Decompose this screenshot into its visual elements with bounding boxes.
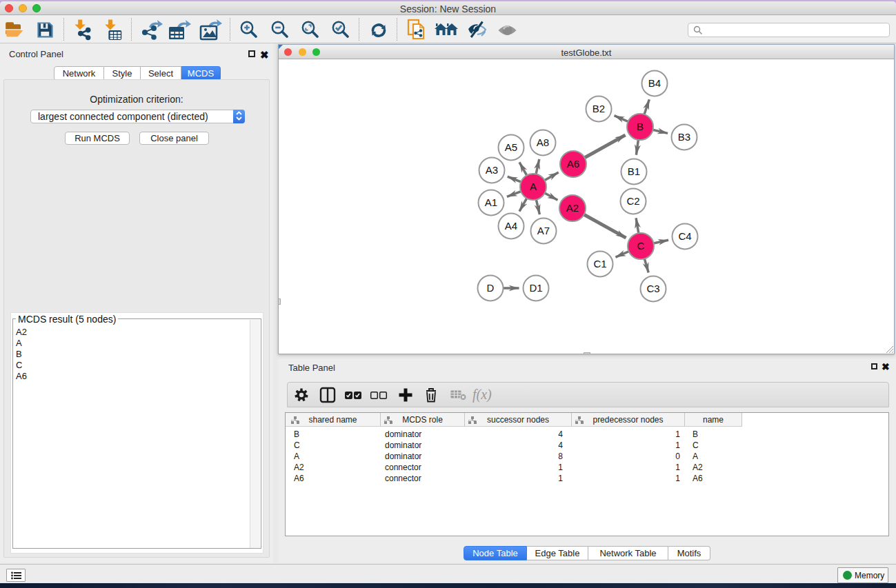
svg-text:C4: C4: [678, 230, 691, 242]
svg-text:A3: A3: [486, 164, 498, 176]
svg-text:B3: B3: [678, 131, 690, 143]
svg-text:A5: A5: [505, 141, 517, 153]
svg-text:A4: A4: [505, 220, 517, 232]
svg-text:A7: A7: [537, 225, 550, 236]
svg-text:A: A: [530, 181, 537, 192]
svg-text:D: D: [487, 282, 495, 294]
svg-text:C2: C2: [626, 195, 639, 207]
svg-text:A6: A6: [567, 158, 579, 170]
svg-text:A1: A1: [485, 196, 497, 208]
svg-text:B: B: [637, 121, 644, 132]
svg-text:B2: B2: [593, 103, 605, 114]
svg-text:A2: A2: [566, 202, 579, 214]
svg-text:B1: B1: [628, 165, 640, 177]
svg-text:A8: A8: [537, 136, 549, 148]
svg-text:B4: B4: [648, 77, 661, 89]
svg-text:C: C: [637, 240, 645, 252]
svg-text:C1: C1: [593, 258, 606, 270]
svg-text:D1: D1: [529, 282, 542, 294]
svg-text:C3: C3: [646, 283, 659, 294]
